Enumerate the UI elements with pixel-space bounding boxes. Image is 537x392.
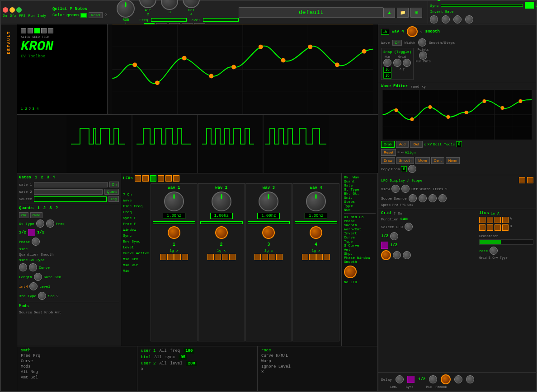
points-knob[interactable] — [419, 51, 427, 60]
mini-btn4[interactable] — [41, 28, 47, 33]
env-question[interactable]: ? — [535, 0, 537, 1]
lfo-ch3-btn3[interactable] — [269, 254, 275, 260]
lfo-disp-btn2[interactable] — [527, 177, 533, 183]
knob4-ctrl[interactable] — [183, 0, 200, 8]
pink-btn1[interactable] — [28, 229, 35, 236]
lfo-r-btn3[interactable] — [495, 217, 501, 223]
fps-knob[interactable] — [429, 194, 437, 202]
grid-pink-btn[interactable] — [381, 242, 388, 249]
delay-len-knob[interactable] — [396, 375, 404, 383]
level-slider[interactable] — [203, 18, 239, 22]
gate-col3[interactable]: 3 — [47, 175, 49, 180]
lfo-disp-btn1[interactable] — [519, 177, 525, 183]
gate-question[interactable]: ? — [53, 175, 55, 180]
seq-q[interactable]: ? — [57, 294, 59, 298]
gate2-quant-btn[interactable]: Quant — [104, 189, 119, 195]
quant-on-btn[interactable]: On — [19, 212, 28, 218]
snap-grid-knob1[interactable] — [393, 59, 401, 67]
gt-knob2[interactable] — [46, 219, 54, 228]
lfo-ch4-btn3[interactable] — [316, 254, 323, 260]
delay-orange-knob[interactable] — [441, 374, 451, 384]
lfo-ch4-btn1[interactable] — [302, 254, 308, 260]
lfo-r-btn6[interactable] — [487, 224, 493, 231]
draw-btn[interactable]: Draw — [381, 157, 395, 164]
nav-grid-button[interactable]: ⊞ — [410, 8, 422, 18]
lfos-orange-btn5[interactable] — [173, 175, 179, 182]
lfo-ch2-level-bar[interactable] — [200, 221, 243, 224]
gate-col1[interactable]: 1 — [35, 175, 37, 180]
lfo-r-btn8[interactable] — [502, 224, 509, 231]
mini-btn5[interactable] — [48, 28, 53, 33]
knob3-ctrl[interactable] — [161, 0, 178, 10]
reset-button[interactable]: Reset — [89, 12, 103, 18]
lfo-ch1-btn2[interactable] — [167, 254, 174, 260]
length-knob[interactable] — [34, 273, 42, 281]
lfo-ch4-btn2[interactable] — [309, 254, 316, 260]
lfo-r-btn7[interactable] — [495, 224, 501, 231]
wav4-question[interactable]: ? — [420, 30, 423, 34]
gt-knob1[interactable] — [36, 219, 44, 228]
uni-knob[interactable] — [438, 194, 447, 202]
rgb-knob[interactable] — [117, 0, 135, 18]
lfos-q-icon[interactable]: ? — [445, 187, 448, 191]
lfos-iters-knob[interactable] — [401, 185, 410, 193]
delay-feedbk-knob[interactable] — [466, 375, 474, 383]
lfo-ch1-knob[interactable] — [164, 191, 184, 211]
lfo-ch1-level-bar[interactable] — [153, 221, 195, 224]
lfo-ch1-btn3[interactable] — [174, 254, 181, 260]
lfo-ch4-level-bar[interactable] — [295, 221, 337, 224]
grid-knob2[interactable] — [393, 251, 401, 259]
gate1-bar[interactable] — [34, 182, 108, 187]
adsr-d-knob[interactable] — [442, 15, 450, 23]
lfo-r-btn4[interactable] — [502, 217, 509, 223]
lfos-orange-btn4[interactable] — [165, 175, 172, 182]
lfos-orange-btn2[interactable] — [142, 175, 149, 182]
lfo-ch4-btn4[interactable] — [324, 254, 330, 260]
select-lfo-knob[interactable] — [405, 223, 413, 231]
freq-slider[interactable] — [151, 18, 187, 22]
lfo-ch3-btn4[interactable] — [276, 254, 283, 260]
rand-xy-label[interactable]: rand xy — [410, 84, 426, 89]
delay-pink-btn[interactable] — [407, 376, 415, 383]
speed-knob[interactable] — [409, 194, 417, 202]
mini-btn1[interactable] — [21, 28, 26, 33]
env-on-led[interactable] — [437, 0, 441, 1]
minimize-button[interactable] — [9, 7, 15, 13]
reset-tool-btn[interactable]: Reset — [381, 149, 396, 156]
lfo-ch2-knob[interactable] — [212, 191, 231, 211]
lfo-ch2-btn2[interactable] — [215, 254, 221, 260]
lfo-r-btn2[interactable] — [487, 217, 493, 223]
lfo-ch3-level-bar[interactable] — [248, 221, 290, 224]
delay-sync-knob[interactable] — [429, 375, 437, 383]
lfo-ch3-btn1[interactable] — [254, 254, 261, 260]
alt-knob[interactable] — [139, 0, 156, 8]
lfos-orange-btn3[interactable] — [158, 175, 164, 182]
phase-knob[interactable] — [32, 238, 40, 246]
gate-col2[interactable]: 2 — [41, 175, 43, 180]
adsr-r-knob[interactable] — [465, 15, 473, 23]
lfo-ch2-btn4[interactable] — [229, 254, 236, 260]
lfo-r-btn1[interactable] — [479, 217, 485, 223]
trig-btn[interactable]: Trig — [108, 196, 119, 202]
nav-prev-button[interactable]: ▲ — [383, 8, 395, 18]
lfo-ch2-btn1[interactable] — [207, 254, 214, 260]
level-q-knob[interactable] — [29, 282, 38, 290]
wav4-knob[interactable] — [407, 26, 418, 37]
lfo-ch3-orange-knob[interactable] — [262, 226, 275, 239]
lfo-ch1-btn1[interactable] — [160, 254, 166, 260]
question-icon[interactable]: ? — [104, 13, 107, 18]
adsr-s-knob[interactable] — [453, 15, 462, 23]
snap-num-knob[interactable] — [383, 59, 391, 67]
cent-btn[interactable]: Cent — [431, 157, 444, 164]
frz-knob[interactable] — [419, 194, 427, 202]
quant-col1[interactable]: 1 — [37, 206, 39, 210]
loop-btn[interactable] — [525, 2, 534, 9]
width-w4-knob[interactable] — [418, 38, 426, 47]
quant-q[interactable]: ? — [56, 206, 58, 210]
lfo-r-btn5[interactable] — [479, 224, 485, 231]
close-button[interactable] — [3, 7, 8, 13]
lfo-ch2-btn3[interactable] — [222, 254, 228, 260]
lfo-ch4-orange-knob[interactable] — [310, 226, 322, 239]
norm-btn[interactable]: Norm — [446, 157, 460, 164]
gate2-bar[interactable] — [34, 189, 103, 195]
